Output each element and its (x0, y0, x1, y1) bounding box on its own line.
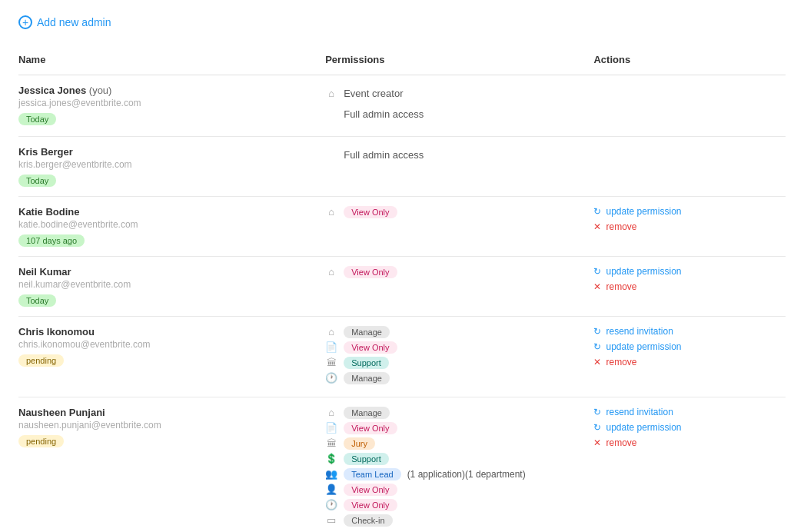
name-cell: Neil Kumarneil.kumar@eventbrite.comToday (18, 256, 325, 316)
permissions-cell: ⌂View Only (325, 196, 593, 256)
person-icon: 👤 (325, 484, 337, 495)
add-admin-button[interactable]: + Add new admin (18, 15, 111, 29)
remove-icon: ✕ (593, 281, 601, 292)
permission-badge: View Only (344, 484, 397, 496)
permission-badge: View Only (344, 266, 397, 278)
update-permission-button[interactable]: ↻update permission (593, 422, 786, 433)
permission-text: Full admin access (344, 105, 424, 123)
permission-row: 🏛Jury (325, 437, 593, 450)
name-cell: Kris Bergerkris.berger@eventbrite.comTod… (18, 136, 325, 196)
actions-cell (593, 75, 786, 137)
clock-icon: 🕐 (325, 499, 337, 510)
admin-name: Kris Berger (18, 146, 325, 158)
resend-icon: ↻ (593, 407, 601, 417)
table-row: Katie Bodinekatie.bodine@eventbrite.com1… (18, 196, 786, 256)
admin-email: kris.berger@eventbrite.com (18, 159, 325, 170)
actions-cell: ↻resend invitation↻update permission✕rem… (593, 397, 786, 532)
permission-badge: Support (344, 453, 389, 465)
home-icon: ⌂ (325, 88, 337, 99)
actions-cell: ↻update permission✕remove (593, 256, 786, 316)
remove-button[interactable]: ✕remove (593, 437, 786, 448)
remove-button[interactable]: ✕remove (593, 221, 786, 232)
permission-row: 👤View Only (325, 484, 593, 496)
admin-name: Chris Ikonomou (18, 326, 325, 337)
update-permission-button[interactable]: ↻update permission (593, 206, 786, 217)
remove-button[interactable]: ✕remove (593, 357, 786, 367)
remove-button[interactable]: ✕remove (593, 281, 786, 292)
table-row: Neil Kumarneil.kumar@eventbrite.comToday… (18, 256, 786, 316)
home-icon: ⌂ (325, 266, 337, 278)
name-cell: Nausheen Punjaninausheen.punjani@eventbr… (18, 397, 325, 532)
status-badge: pending (18, 354, 64, 367)
remove-icon: ✕ (593, 437, 601, 448)
update-permission-button[interactable]: ↻update permission (593, 266, 786, 277)
permission-row: ⌂Manage (325, 407, 593, 419)
permission-row: 👥Team Lead(1 application)(1 department) (325, 468, 593, 480)
table-row: Jessica Jones (you)jessica.jones@eventbr… (18, 75, 786, 137)
permission-row: ⌂View Only (325, 206, 593, 218)
add-admin-label: Add new admin (37, 16, 111, 28)
permission-text: Full admin access (344, 146, 424, 164)
status-badge: 107 days ago (18, 234, 85, 247)
doc-icon: 📄 (325, 341, 337, 353)
permission-badge: Team Lead (344, 468, 400, 480)
home-icon: ⌂ (325, 326, 337, 337)
permission-row: 🏛Support (325, 357, 593, 369)
permissions-cell: ⌂Manage📄View Only🏛Jury💲Support👥Team Lead… (325, 397, 593, 532)
update-icon: ↻ (593, 341, 601, 352)
actions-cell: ↻resend invitation↻update permission✕rem… (593, 316, 786, 397)
update-icon: ↻ (593, 206, 601, 217)
admin-email: nausheen.punjani@eventbrite.com (18, 420, 325, 431)
status-badge: Today (18, 294, 56, 307)
resend-invitation-button[interactable]: ↻resend invitation (593, 407, 786, 417)
permissions-cell: Full admin access (325, 136, 593, 196)
remove-label: remove (606, 357, 636, 367)
permission-row: Full admin access (325, 146, 593, 164)
actions-cell (593, 136, 786, 196)
permission-row: 🕐Manage (325, 372, 593, 384)
update-permission-button[interactable]: ↻update permission (593, 341, 786, 352)
permission-badge: View Only (344, 341, 397, 354)
resend-invitation-button[interactable]: ↻resend invitation (593, 326, 786, 337)
table-row: Nausheen Punjaninausheen.punjani@eventbr… (18, 397, 786, 532)
home-icon: ⌂ (325, 206, 337, 218)
status-badge: pending (18, 435, 64, 447)
remove-label: remove (606, 281, 636, 292)
permission-badge: Manage (344, 407, 390, 419)
permissions-cell: ⌂Manage📄View Only🏛Support🕐Manage (325, 316, 593, 397)
admin-email: neil.kumar@eventbrite.com (18, 279, 325, 290)
permission-row: 📄View Only (325, 341, 593, 354)
clock-icon: 🕐 (325, 372, 337, 384)
remove-label: remove (606, 437, 636, 448)
update-label: update permission (606, 206, 681, 217)
permission-badge: View Only (344, 499, 397, 511)
permission-row: 💲Support (325, 453, 593, 465)
doc-icon: 📄 (325, 422, 337, 434)
update-label: update permission (606, 422, 681, 433)
col-permissions: Permissions (325, 48, 593, 75)
resend-icon: ↻ (593, 326, 601, 337)
permission-row: ⌂Event creator (325, 85, 593, 102)
update-label: update permission (606, 341, 681, 352)
update-icon: ↻ (593, 422, 601, 433)
admin-email: chris.ikonomou@eventbrite.com (18, 339, 325, 350)
actions-cell: ↻update permission✕remove (593, 196, 786, 256)
permission-badge: View Only (344, 422, 397, 434)
permission-row: ▭Check-in (325, 514, 593, 527)
permission-badge: Manage (344, 326, 390, 338)
admin-name: Jessica Jones (you) (18, 85, 325, 96)
status-badge: Today (18, 175, 56, 187)
admin-name: Katie Bodine (18, 206, 325, 218)
permission-row: Full admin access (325, 105, 593, 123)
table-row: Chris Ikonomouchris.ikonomou@eventbrite.… (18, 316, 786, 397)
plus-circle-icon: + (18, 15, 32, 29)
name-cell: Chris Ikonomouchris.ikonomou@eventbrite.… (18, 316, 325, 397)
table-row: Kris Bergerkris.berger@eventbrite.comTod… (18, 136, 786, 196)
you-label: (you) (86, 85, 111, 96)
checkin-icon: ▭ (325, 514, 337, 526)
people-icon: 👥 (325, 468, 337, 480)
permission-badge: Support (344, 357, 389, 369)
permission-row: ⌂View Only (325, 266, 593, 278)
status-badge: Today (18, 113, 56, 125)
permission-row: ⌂Manage (325, 326, 593, 338)
